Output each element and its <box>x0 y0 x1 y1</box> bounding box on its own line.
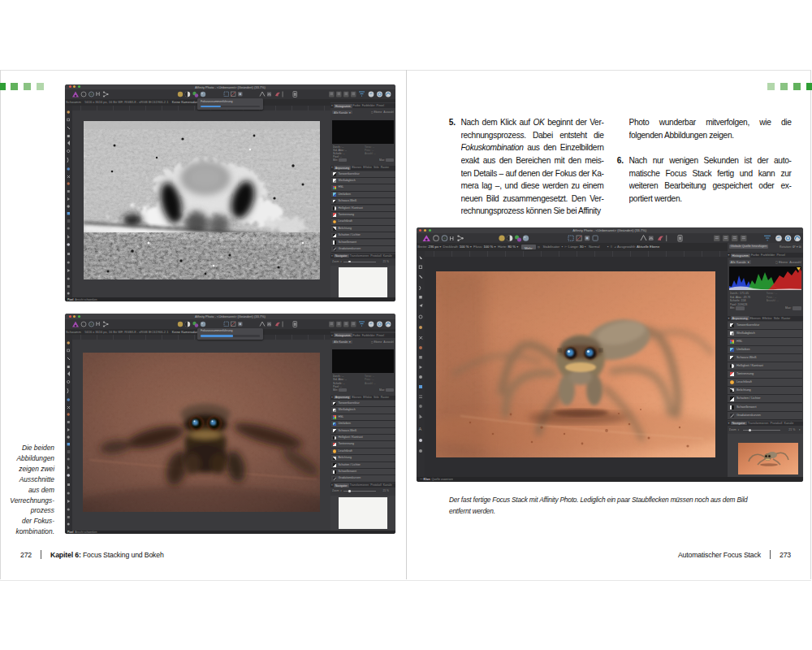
svg-text:H: H <box>450 235 454 242</box>
svg-text:H: H <box>96 321 100 327</box>
svg-text:A: A <box>419 427 422 431</box>
svg-text:H: H <box>96 91 100 97</box>
